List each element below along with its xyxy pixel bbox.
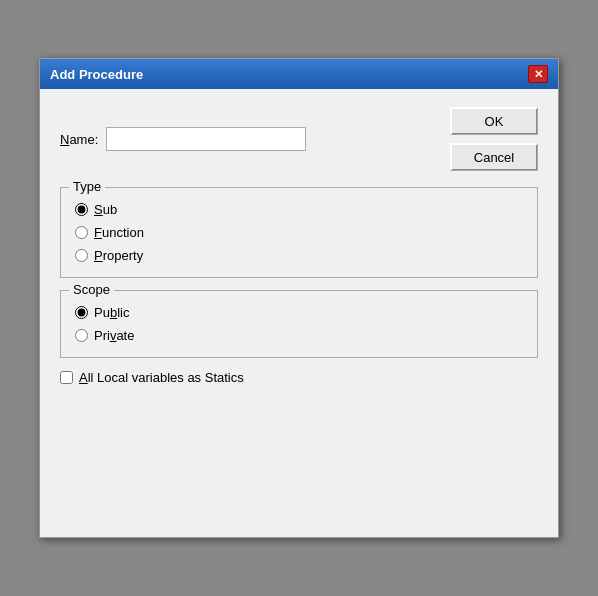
dialog-body: Name: OK Cancel Type Sub Function [40,89,558,405]
scope-public-label[interactable]: Public [94,305,129,320]
scope-private-label[interactable]: Private [94,328,134,343]
type-sub-radio[interactable] [75,203,88,216]
type-function-item: Function [75,225,523,240]
scope-private-radio[interactable] [75,329,88,342]
left-panel: Type Sub Function Property [60,187,538,385]
add-procedure-dialog: Add Procedure ✕ Name: OK Cancel Type Sub [39,58,559,538]
type-sub-item: Sub [75,202,523,217]
scope-public-radio[interactable] [75,306,88,319]
type-sub-label[interactable]: Sub [94,202,117,217]
name-input[interactable] [106,127,306,151]
close-button[interactable]: ✕ [528,65,548,83]
scope-radio-group: Public Private [75,305,523,343]
type-group: Type Sub Function Property [60,187,538,278]
title-bar: Add Procedure ✕ [40,59,558,89]
type-function-label[interactable]: Function [94,225,144,240]
type-property-label[interactable]: Property [94,248,143,263]
scope-legend: Scope [69,282,114,297]
type-property-item: Property [75,248,523,263]
type-function-radio[interactable] [75,226,88,239]
name-row: Name: OK Cancel [60,107,538,171]
scope-private-item: Private [75,328,523,343]
statics-checkbox[interactable] [60,371,73,384]
scope-public-item: Public [75,305,523,320]
statics-label[interactable]: All Local variables as Statics [79,370,244,385]
cancel-button[interactable]: Cancel [450,143,538,171]
dialog-title: Add Procedure [50,67,143,82]
name-label: Name: [60,132,98,147]
ok-button[interactable]: OK [450,107,538,135]
type-legend: Type [69,179,105,194]
type-property-radio[interactable] [75,249,88,262]
statics-row: All Local variables as Statics [60,370,538,385]
scope-group: Scope Public Private [60,290,538,358]
type-radio-group: Sub Function Property [75,202,523,263]
